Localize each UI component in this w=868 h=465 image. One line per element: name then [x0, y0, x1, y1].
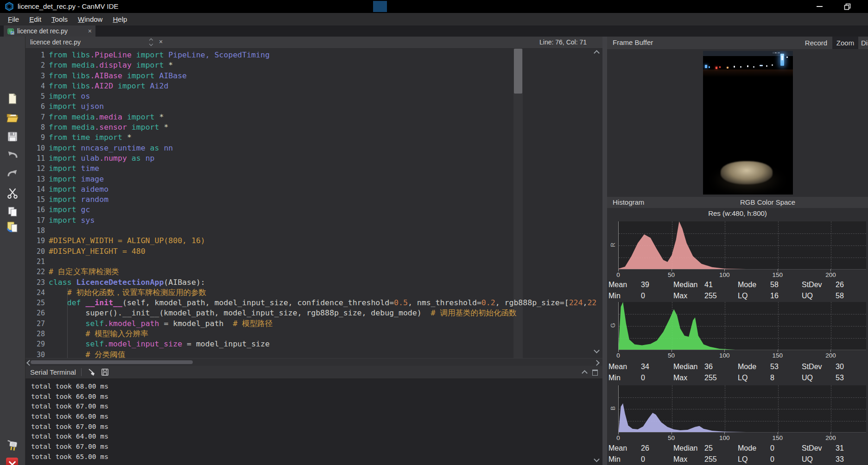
stat-value: 255 — [704, 292, 738, 300]
stat-label: Min — [608, 374, 641, 382]
menu-edit[interactable]: Edit — [24, 15, 46, 23]
line-number: 25 — [25, 298, 49, 308]
line-number: 13 — [25, 174, 49, 184]
restore-icon — [844, 3, 851, 10]
code-text: super().__init__(kmodel_path, model_inpu… — [49, 308, 516, 318]
divider — [81, 368, 82, 376]
stat-value: 34 — [641, 363, 673, 371]
stat-label: LQ — [738, 292, 770, 300]
editor-overlay-scrollbar[interactable] — [513, 49, 523, 358]
resolution-label: Res (w:480, h:800) — [607, 208, 868, 219]
paste-button[interactable] — [5, 219, 20, 235]
code-text: # 分类阈值 — [49, 350, 125, 358]
connect-button[interactable] — [5, 438, 20, 453]
code-text: self.kmodel_path = kmodel_path # 模型路径 — [49, 319, 272, 329]
tab-close-icon[interactable]: × — [88, 27, 92, 35]
tab-title: licence det rec.py — [17, 27, 88, 35]
pane-splitter[interactable] — [602, 37, 607, 465]
stat-label: StDev — [802, 281, 836, 289]
histogram-stats-g-row1: Mean34Median36Mode53StDev30 — [607, 361, 867, 372]
stat-value: 0 — [641, 292, 673, 300]
popout-terminal-icon[interactable] — [592, 370, 598, 376]
disable-button[interactable]: Disable — [861, 37, 868, 49]
channel-label-b: B — [609, 405, 616, 412]
line-number: 17 — [25, 215, 49, 226]
terminal-line: total took 65.00 ms — [31, 452, 602, 462]
minimize-icon — [817, 6, 823, 7]
editor-scrollbar-thumb[interactable] — [514, 49, 522, 94]
histogram-stats-b-row1: Mean26Median25Mode0StDev31 — [607, 443, 867, 454]
line-number: 5 — [25, 91, 49, 101]
undo-icon — [6, 149, 19, 161]
code-text: import aidemo — [49, 184, 108, 195]
histogram-axis-g: 050100150200 — [618, 351, 868, 358]
code-text: #DISPLAY_WIDTH = ALIGN_UP(800, 16) — [49, 236, 205, 246]
code-editor[interactable]: 1from libs.PipeLine import PipeLine, Sco… — [25, 49, 602, 358]
histogram-plot-g — [618, 302, 866, 350]
stat-value: 0 — [770, 444, 802, 452]
histogram-header: Histogram RGB Color Space — [607, 197, 868, 208]
stat-value: 33 — [836, 455, 867, 464]
collapse-terminal-icon[interactable] — [582, 370, 588, 376]
menu-file[interactable]: File — [3, 15, 24, 23]
stop-chevron-icon — [8, 458, 16, 465]
tick-label: 200 — [825, 434, 836, 441]
horizontal-scrollbar-thumb[interactable] — [31, 360, 193, 364]
terminal-line: total took 66.00 ms — [31, 411, 602, 421]
terminal-line: total took 67.00 ms — [31, 401, 602, 411]
titlebar-indicator — [373, 1, 387, 12]
tick-label: 150 — [773, 434, 783, 441]
colorspace-dropdown[interactable]: RGB Color Space — [740, 198, 795, 206]
stat-value: 53 — [770, 363, 802, 371]
stat-label: Mean — [608, 363, 641, 371]
copy-button[interactable] — [5, 204, 20, 220]
histogram-stats-b-row2: Min0Max255LQ0UQ33 — [607, 454, 867, 465]
editor-close-icon[interactable]: × — [159, 38, 163, 45]
serial-terminal-output[interactable]: total took 68.00 mstotal took 66.00 msto… — [25, 379, 602, 465]
camera-sky-band — [703, 51, 793, 56]
code-text: from libs.AI2D import Ai2d — [49, 81, 168, 91]
new-file-button[interactable] — [5, 91, 20, 107]
open-folder-icon — [6, 112, 19, 124]
open-file-button[interactable] — [5, 110, 20, 126]
code-text: import nncase_runtime as nn — [49, 143, 173, 153]
save-log-icon[interactable] — [101, 368, 109, 377]
editor-file-name: licence det rec.py — [30, 38, 81, 46]
line-number: 1 — [25, 50, 49, 60]
stat-value: 39 — [641, 281, 673, 289]
stat-value: 30 — [836, 363, 867, 371]
menu-help[interactable]: Help — [108, 15, 132, 23]
undo-button[interactable] — [5, 147, 20, 163]
stat-value: 53 — [836, 374, 867, 382]
menu-window[interactable]: Window — [73, 15, 108, 23]
save-file-button[interactable] — [5, 129, 20, 145]
line-number: 26 — [25, 308, 49, 318]
line-number: 9 — [25, 132, 49, 143]
clear-terminal-icon[interactable] — [87, 368, 96, 377]
document-selector-icon[interactable] — [150, 39, 152, 45]
histogram-title: Histogram — [613, 198, 644, 206]
histogram-stats-r-row1: Mean39Median41Mode58StDev26 — [607, 279, 867, 290]
line-number: 19 — [25, 236, 49, 246]
cut-button[interactable] — [5, 185, 20, 201]
line-number: 23 — [25, 277, 49, 288]
document-tab[interactable]: licence det rec.py × — [4, 25, 95, 37]
minimize-button[interactable] — [809, 0, 830, 13]
tick-label: 100 — [719, 434, 730, 441]
menu-tools[interactable]: Tools — [46, 15, 73, 23]
editor-horizontal-scrollbar[interactable] — [25, 358, 602, 366]
line-number: 29 — [25, 339, 49, 349]
scroll-right-icon[interactable] — [594, 360, 600, 366]
zoom-button[interactable]: Zoom — [832, 37, 858, 49]
stat-value: 26 — [641, 444, 673, 452]
tick-label: 50 — [668, 271, 675, 278]
histogram-stats-g-row2: Min0Max255LQ8UQ53 — [607, 372, 867, 383]
stat-value: 31 — [836, 444, 867, 452]
line-number: 8 — [25, 122, 49, 132]
histogram-curve-g — [619, 302, 866, 350]
restore-button[interactable] — [836, 0, 858, 13]
stat-label: Max — [673, 374, 704, 382]
stop-button[interactable] — [6, 458, 18, 465]
redo-button[interactable] — [5, 166, 20, 182]
record-button[interactable]: Record — [803, 37, 830, 49]
